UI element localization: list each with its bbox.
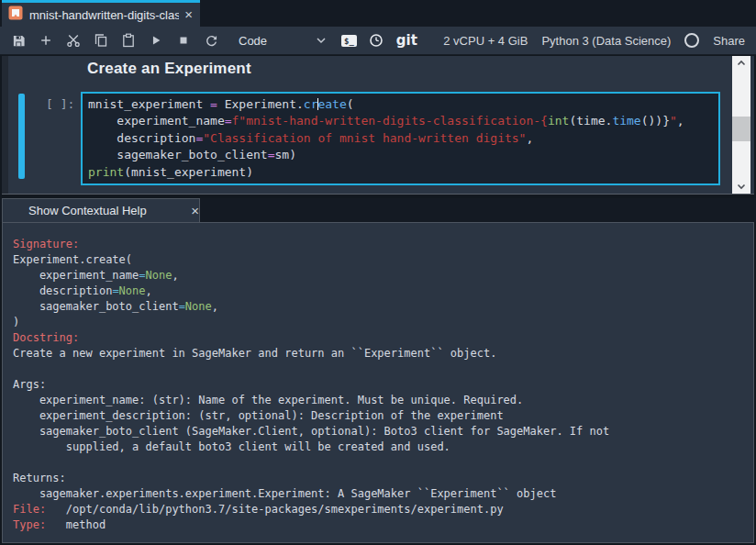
contextual-help-panel: Signature:Experiment.create( experiment_… [2, 222, 754, 543]
help-line [13, 361, 753, 377]
notebook-scrollbar[interactable] [732, 56, 750, 194]
help-tab-bar: Show Contextual Help × [0, 198, 756, 222]
code-line: sagemaker_boto_client=sm) [88, 147, 713, 163]
help-line [13, 455, 753, 471]
scrollbar-thumb[interactable] [732, 117, 750, 141]
help-line: Args: [13, 377, 753, 393]
notebook-tab-bar: mnist-handwritten-digits-clas × [0, 0, 756, 27]
help-line: sagemaker.experiments.experiment.Experim… [13, 486, 753, 502]
help-content: Signature:Experiment.create( experiment_… [13, 237, 753, 533]
help-line: description=None, [13, 284, 753, 299]
chevron-down-icon [316, 34, 327, 48]
paste-cells-button[interactable] [116, 28, 141, 52]
kernel-name-button[interactable]: Python 3 (Data Science) [541, 34, 671, 48]
close-icon[interactable]: × [184, 8, 193, 21]
scroll-down-arrow[interactable] [732, 179, 750, 194]
help-line: Type: method [13, 517, 753, 533]
code-line: experiment_name=f"mnist-hand-written-dig… [88, 113, 713, 129]
clock-icon[interactable] [369, 33, 384, 48]
tab-notebook[interactable]: mnist-handwritten-digits-clas × [2, 0, 200, 27]
help-line: File: /opt/conda/lib/python3.7/site-pack… [13, 502, 753, 517]
help-line: Create a new experiment in SageMaker and… [13, 346, 753, 361]
code-cell[interactable]: mnist_experiment = Experiment.create( ex… [81, 92, 720, 185]
help-tab-title: Show Contextual Help [28, 204, 185, 217]
code-editor[interactable]: mnist_experiment = Experiment.create( ex… [88, 96, 713, 181]
notebook-icon [8, 6, 23, 24]
cell-type-dropdown[interactable]: Code [239, 29, 327, 51]
restart-kernel-button[interactable] [198, 28, 224, 52]
code-line: description="Classification of mnist han… [88, 130, 713, 147]
help-line: experiment_name: (str): Name of the expe… [13, 393, 753, 408]
cell-type-value: Code [239, 34, 267, 48]
kernel-status-icon[interactable] [684, 33, 699, 48]
add-cell-button[interactable] [33, 28, 59, 52]
help-line: sagemaker_boto_client=None, [13, 299, 753, 315]
copy-cells-button[interactable] [88, 28, 114, 52]
tab-contextual-help[interactable]: Show Contextual Help × [2, 198, 200, 222]
markdown-heading: Create an Experiment [87, 60, 251, 78]
cell-prompt: [ ]: [46, 97, 74, 111]
save-button[interactable] [6, 28, 31, 52]
run-cell-button[interactable] [143, 28, 169, 52]
git-button[interactable]: git [396, 32, 417, 49]
code-line: mnist_experiment = Experiment.create( [88, 96, 713, 113]
share-button[interactable]: Share [713, 34, 745, 48]
close-icon[interactable]: × [191, 205, 199, 217]
help-line: ) [13, 315, 753, 330]
stop-kernel-button[interactable] [171, 28, 196, 52]
instance-type-button[interactable]: 2 vCPU + 4 GiB [443, 34, 528, 48]
help-line: sagemaker_boto_client (SageMaker.Client,… [13, 424, 753, 439]
image-terminal-button[interactable]: $_ [341, 35, 357, 47]
notebook-panel: Create an Experiment [ ]: mnist_experime… [2, 56, 754, 195]
help-line: Returns: [13, 471, 753, 486]
help-line: Signature: [13, 237, 753, 252]
help-line: Experiment.create( [13, 252, 753, 268]
help-line: experiment_description: (str, optional):… [13, 408, 753, 424]
help-line: experiment_name=None, [13, 268, 753, 284]
app-window: mnist-handwritten-digits-clas × [0, 0, 756, 545]
toolbar-right-group: 2 vCPU + 4 GiB Python 3 (Data Science) S… [443, 33, 756, 48]
tab-title: mnist-handwritten-digits-clas [29, 8, 179, 22]
scroll-up-arrow[interactable] [732, 56, 750, 71]
cell-collapser[interactable] [18, 94, 25, 179]
help-line: supplied, a default boto3 client will be… [13, 439, 753, 455]
notebook-toolbar: Code $_ git 2 vCPU + 4 GiB Python 3 (Dat… [0, 27, 756, 55]
code-line: print(mnist_experiment) [88, 164, 713, 181]
help-line: Docstring: [13, 330, 753, 346]
cut-cells-button[interactable] [61, 28, 86, 52]
notebook-left-gutter [2, 56, 8, 194]
